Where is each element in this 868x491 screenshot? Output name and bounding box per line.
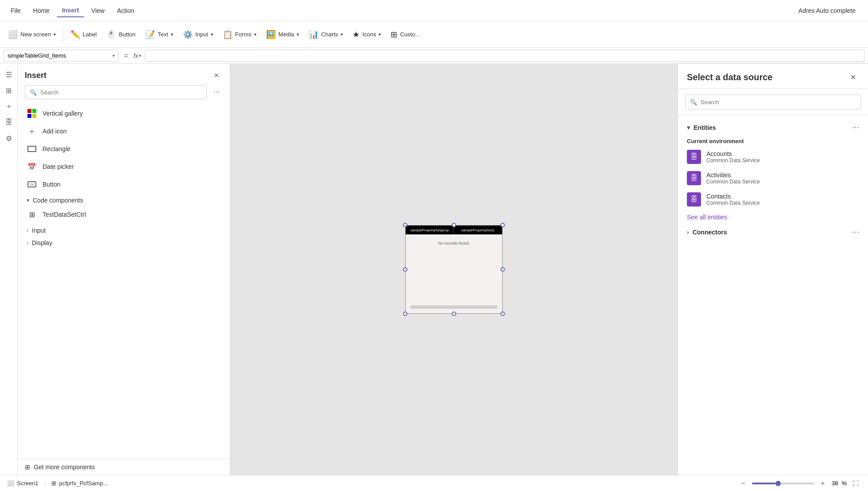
handle-tr[interactable]: [500, 223, 505, 227]
list-item-testdatasetctrl[interactable]: ⊞ TestDataSetCtrl: [21, 206, 226, 223]
nav-layers-icon[interactable]: ⊞: [2, 83, 16, 97]
vertical-gallery-icon: [27, 108, 37, 119]
entity-accounts[interactable]: 🗄 Accounts Common Data Service: [678, 146, 868, 168]
charts-button[interactable]: 📊 Charts ▾: [304, 23, 347, 46]
input-section[interactable]: › Input: [21, 223, 226, 236]
connectors-more-button[interactable]: ⋯: [852, 228, 859, 236]
custom-label: Custo...: [400, 31, 420, 38]
component-item[interactable]: ⊞ pcfprfx_PcfSamp...: [51, 480, 108, 487]
charts-icon: 📊: [309, 30, 318, 39]
zoom-slider[interactable]: [752, 483, 814, 484]
zoom-value: 38: [832, 480, 838, 487]
rectangle-label: Rectangle: [43, 145, 70, 152]
nav-settings-icon[interactable]: ⚙: [2, 131, 16, 145]
display-section[interactable]: › Display: [21, 236, 226, 248]
custom-button[interactable]: ⊞ Custo...: [386, 23, 424, 46]
fullscreen-button[interactable]: ⛶: [850, 478, 861, 489]
formula-bar: simpleTableGrid_Items ▾ = fx ▾: [0, 48, 868, 64]
media-icon: 🖼️: [266, 30, 276, 39]
handle-bl[interactable]: [403, 312, 407, 316]
label-button[interactable]: ✏️ Label: [66, 23, 101, 46]
input-caret: ▾: [211, 32, 213, 37]
menu-view[interactable]: View: [86, 4, 110, 17]
insert-search-input[interactable]: [40, 89, 202, 96]
formula-selector[interactable]: simpleTableGrid_Items ▾: [4, 50, 119, 62]
list-item-date-picker[interactable]: 📅 Date picker: [21, 158, 226, 175]
see-all-entities-link[interactable]: See all entities: [678, 210, 868, 224]
new-screen-caret: ▾: [54, 32, 56, 37]
screen-frame[interactable]: samplePropertySet(prop samplePropertySet…: [405, 225, 503, 314]
screen-header-col1: samplePropertySet(prop: [406, 226, 454, 234]
insert-panel: Insert ✕ 🔍 ⋯ Vertical: [18, 64, 230, 475]
input-button[interactable]: ⚙️ Input ▾: [178, 23, 217, 46]
list-item-add-icon[interactable]: ＋ Add icon: [21, 122, 226, 140]
menu-file[interactable]: File: [5, 4, 26, 17]
button-button[interactable]: 🖱️ Button: [102, 23, 140, 46]
ds-header: Select a data source ✕: [678, 64, 868, 89]
menu-insert[interactable]: Insert: [57, 4, 84, 17]
list-item-button[interactable]: OK Button: [21, 175, 226, 193]
formula-fx-button[interactable]: fx ▾: [133, 52, 141, 59]
toolbar-divider-1: [63, 27, 63, 43]
screen1-item[interactable]: ⬜ Screen1: [7, 480, 38, 487]
text-button[interactable]: 📝 Text ▾: [141, 23, 178, 46]
icons-button[interactable]: ★ Icons ▾: [348, 23, 385, 46]
ds-body: ▾ Entities ⋯ Current environment 🗄 Accou…: [678, 115, 868, 475]
handle-bm[interactable]: [452, 312, 456, 316]
menu-home[interactable]: Home: [28, 4, 55, 17]
code-components-section[interactable]: ▾ Code components: [21, 193, 226, 206]
accounts-name: Accounts: [706, 150, 760, 157]
nav-data-icon[interactable]: 🗄: [2, 115, 16, 129]
new-screen-button[interactable]: ⬜ New screen ▾: [4, 23, 60, 46]
insert-more-button[interactable]: ⋯: [210, 86, 223, 98]
zoom-minus-button[interactable]: −: [738, 478, 748, 489]
toolbar: ⬜ New screen ▾ ✏️ Label 🖱️ Button 📝 Text…: [0, 21, 868, 48]
zoom-slider-thumb[interactable]: [775, 481, 781, 486]
handle-br[interactable]: [500, 312, 505, 316]
svg-rect-0: [28, 146, 36, 152]
media-label: Media: [279, 31, 294, 38]
zoom-controls: − + 38 % ⛶: [738, 478, 861, 489]
handle-ml[interactable]: [403, 267, 407, 272]
activities-name: Activities: [706, 171, 760, 179]
ds-close-button[interactable]: ✕: [847, 71, 859, 83]
menu-action[interactable]: Action: [112, 4, 140, 17]
entity-activities[interactable]: 🗄 Activities Common Data Service: [678, 168, 868, 189]
insert-search-box[interactable]: 🔍: [25, 85, 207, 99]
rectangle-icon: [27, 144, 37, 154]
component-label: pcfprfx_PcfSamp...: [59, 480, 108, 487]
nav-menu-icon[interactable]: ☰: [2, 67, 16, 82]
formula-fx-chevron: ▾: [139, 53, 141, 58]
input-label: Input: [195, 31, 208, 38]
forms-button[interactable]: 📋 Forms ▾: [218, 23, 261, 46]
ds-search-box[interactable]: 🔍: [685, 94, 861, 109]
entity-contacts[interactable]: 🗄 Contacts Common Data Service: [678, 189, 868, 210]
accounts-info: Accounts Common Data Service: [706, 150, 760, 164]
formula-fx-label: fx: [133, 52, 138, 59]
list-item-vertical-gallery[interactable]: Vertical gallery: [21, 105, 226, 122]
entities-more-button[interactable]: ⋯: [852, 123, 859, 132]
handle-mr[interactable]: [500, 267, 505, 272]
entities-section-header[interactable]: ▾ Entities ⋯: [678, 121, 868, 134]
ds-search-row: 🔍: [678, 89, 868, 115]
media-button[interactable]: 🖼️ Media ▾: [262, 23, 303, 46]
formula-eq: =: [122, 52, 130, 60]
handle-tm[interactable]: [452, 223, 456, 227]
connectors-section-header[interactable]: › Connectors ⋯: [678, 224, 868, 240]
insert-panel-close-button[interactable]: ✕: [210, 69, 223, 82]
formula-input[interactable]: [145, 50, 864, 62]
component-icon: ⊞: [51, 480, 56, 487]
get-more-icon: ⊞: [25, 464, 30, 471]
canvas-content: samplePropertySet(prop samplePropertySet…: [332, 141, 576, 398]
nav-add-icon[interactable]: ＋: [2, 99, 16, 113]
contacts-icon: 🗄: [687, 192, 701, 207]
icons-caret: ▾: [379, 32, 381, 37]
handle-tl[interactable]: [403, 223, 407, 227]
button-label-tb: Button: [119, 31, 136, 38]
input-icon: ⚙️: [183, 30, 193, 39]
get-more-components-button[interactable]: ⊞ Get more components: [18, 459, 230, 475]
ds-search-input[interactable]: [701, 99, 856, 105]
list-item-rectangle[interactable]: Rectangle: [21, 140, 226, 158]
search-icon: 🔍: [30, 89, 37, 96]
zoom-plus-button[interactable]: +: [818, 478, 828, 489]
